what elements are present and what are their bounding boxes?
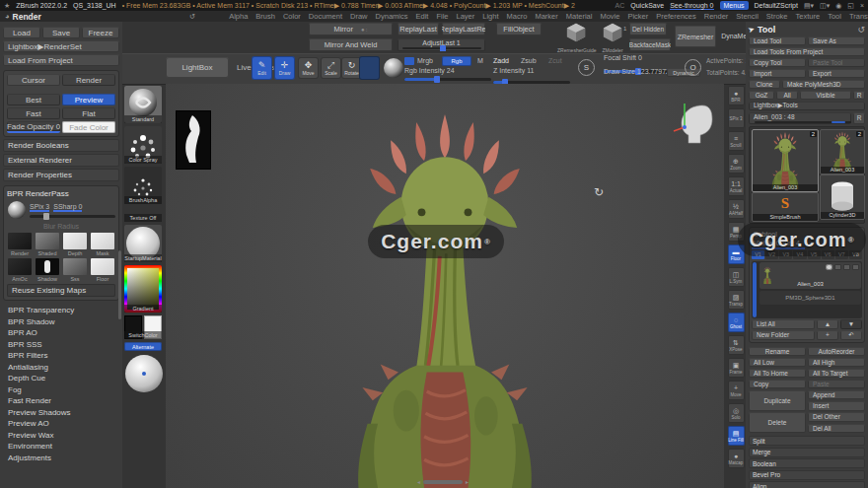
interactive-light-ball[interactable] (124, 354, 164, 393)
shelf-icon[interactable]: ⊕ Zoom (728, 154, 745, 174)
load-tool-button[interactable]: Load Tool (749, 36, 806, 46)
goz-button[interactable]: GoZ (749, 91, 774, 101)
list-all-button[interactable]: List All (752, 319, 815, 329)
current-brush-button[interactable] (359, 56, 380, 80)
current-material-button[interactable] (383, 57, 404, 79)
delete-button[interactable]: Delete (749, 412, 806, 433)
bpr-pass[interactable]: Mask (90, 233, 115, 256)
menu-item[interactable]: Draw (350, 12, 368, 21)
zremesher-button[interactable]: ZRemesher (675, 26, 716, 47)
render-button[interactable]: Render (62, 74, 115, 86)
quicksave-button[interactable]: QuickSave (630, 2, 664, 9)
menu-item[interactable]: Transform (849, 12, 868, 21)
mrgb-toggle[interactable] (404, 57, 414, 65)
shelf-icon[interactable]: ● Matcap (728, 449, 745, 468)
shelf-icon[interactable]: ◎ Solo (728, 403, 745, 423)
draw-size-label[interactable]: Draw Size 123.77972 (604, 68, 670, 75)
fill-object-button[interactable]: FillObject (496, 23, 542, 35)
copy-button[interactable]: Copy (749, 380, 806, 389)
load-tools-from-project-button[interactable]: Load Tools From Project (749, 47, 865, 57)
mirror-button[interactable]: Mirror● : (309, 23, 393, 35)
uv-icon[interactable] (843, 264, 850, 270)
current-stroke-thumb[interactable]: Color Spray (124, 126, 162, 164)
rename-button[interactable]: Rename (749, 347, 806, 357)
load-button[interactable]: Load (3, 27, 40, 38)
clone-button[interactable]: Clone (749, 80, 780, 90)
render-toggle[interactable]: BPR Shadow (3, 316, 119, 328)
eye-icon[interactable] (826, 264, 832, 270)
replay-last-rel-button[interactable]: ReplayLastRel (442, 23, 485, 35)
current-alpha-thumb[interactable]: BrushAlpha (124, 167, 162, 204)
switch-color[interactable]: SwitchColor (124, 315, 162, 339)
shelf-icon[interactable]: ▣ Frame (728, 358, 745, 378)
render-toggle[interactable]: Preview Shadows (3, 407, 119, 419)
add-folder-icon[interactable]: + (817, 330, 838, 340)
del-all-button[interactable]: Del All (808, 424, 865, 434)
shelf-icon[interactable]: + Move (728, 381, 745, 400)
tool-r-button[interactable]: R (853, 112, 865, 124)
render-toggle[interactable]: Preview AO (3, 418, 119, 430)
copy-tool-button[interactable]: Copy Tool (749, 58, 806, 68)
cursor-button[interactable]: Cursor (7, 74, 60, 86)
render-toggle[interactable]: BPR Transparency (3, 305, 119, 316)
subtool-section-button[interactable]: Merge (749, 448, 865, 457)
subtool-scrollbar[interactable] (753, 262, 757, 317)
reuse-existing-maps-button[interactable]: Reuse Existing Maps (7, 284, 115, 297)
duplicate-button[interactable]: Duplicate (749, 390, 806, 411)
rgb-intensity-label[interactable]: Rgb Intensity 24 (404, 67, 455, 74)
render-toggle[interactable]: Antialiasing (3, 362, 119, 374)
menu-item[interactable]: Stroke (766, 12, 788, 21)
all-low-button[interactable]: All Low (749, 358, 806, 368)
append-button[interactable]: Append (808, 390, 865, 400)
scroll-right-icon[interactable]: ▸ (466, 478, 469, 485)
undo-arrow-icon[interactable]: ↶ (840, 330, 862, 340)
render-toggle[interactable]: BPR AO (3, 327, 119, 339)
render-toggle[interactable]: Preview Wax (3, 430, 119, 442)
zsub-button[interactable]: Zsub (521, 57, 537, 64)
shelf-icon[interactable]: ⇅ XPose (728, 335, 745, 355)
bpr-pass[interactable]: Shaded (35, 233, 60, 256)
bpr-pass[interactable]: Sss (62, 258, 88, 282)
stroke-curve-icon[interactable]: S (578, 59, 595, 76)
menu-item[interactable]: Dynamics (376, 12, 408, 21)
shelf-icon[interactable]: ▨ Transp (728, 290, 745, 310)
subtool-up-button[interactable]: ▲ (817, 319, 838, 329)
del-hidden-button[interactable]: Del Hidden (629, 23, 667, 35)
menu-item[interactable]: File (436, 12, 448, 21)
subtool-section-button[interactable]: Boolean (749, 458, 865, 468)
render-toggle[interactable]: Fog (3, 384, 119, 396)
wrench-icon[interactable] (852, 264, 859, 270)
shelf-icon[interactable]: ◌ Ghost (728, 313, 745, 332)
subtool-item[interactable]: PM3D_Sphere3D1 (760, 291, 861, 305)
subtool-section-button[interactable]: Bevel Pro (749, 470, 865, 480)
render-section-button[interactable]: External Renderer (3, 154, 119, 167)
camview-widget[interactable] (673, 94, 718, 149)
alternate-button[interactable]: Alternate (124, 342, 162, 351)
focal-shift-label[interactable]: Focal Shift 0 (604, 54, 642, 61)
goz-r-button[interactable]: R (853, 91, 865, 101)
autoreorder-button[interactable]: AutoReorder (808, 347, 865, 357)
shelf-icon[interactable]: ≡ Scroll (728, 131, 745, 151)
bpr-pass[interactable]: AmOc (7, 258, 33, 282)
menu-item[interactable]: Color (283, 12, 301, 21)
menu-item[interactable]: Material (566, 12, 593, 21)
render-toggle[interactable]: BPR SSS (3, 339, 119, 351)
bpr-pass[interactable]: Floor (90, 258, 115, 282)
subtool-section-button[interactable]: Align (749, 481, 865, 488)
zadd-button[interactable]: Zadd (493, 57, 509, 64)
menu-item[interactable]: Render (704, 12, 729, 21)
menus-button[interactable]: Menus (720, 1, 749, 10)
backface-mask-button[interactable]: BackfaceMask (629, 38, 671, 51)
current-brush-thumb[interactable]: Standard (124, 86, 162, 123)
render-toggle[interactable]: Environment (3, 441, 119, 453)
lightbox-renderset-button[interactable]: Lightbox▶RenderSet (3, 40, 119, 52)
scroll-handle[interactable] (423, 480, 463, 484)
fade-opacity-slider[interactable]: Fade Opacity 0 (7, 121, 60, 133)
shelf-icon[interactable]: 1:1 Actual (728, 176, 745, 196)
bpr-pass[interactable]: Shadow (35, 258, 60, 282)
toolbar-config-icon[interactable]: ▤▾ (804, 2, 814, 10)
menu-item[interactable]: Document (309, 12, 342, 21)
preview-button[interactable]: Preview (62, 94, 115, 105)
flat-button[interactable]: Flat (62, 107, 115, 119)
render-section-button[interactable]: Render Properties (3, 169, 119, 181)
